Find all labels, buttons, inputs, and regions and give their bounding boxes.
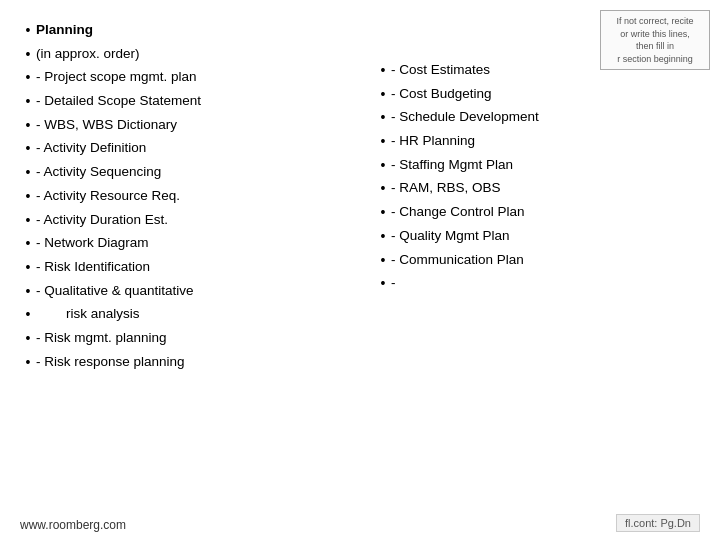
bullet-dot: • (20, 304, 36, 326)
bullet-dot: • (20, 328, 36, 350)
list-item: • - HR Planning (375, 131, 700, 153)
list-item: • - Change Control Plan (375, 202, 700, 224)
item-label: - Cost Budgeting (391, 84, 492, 105)
item-label: - Activity Sequencing (36, 162, 161, 183)
website-label: www.roomberg.com (20, 518, 126, 532)
item-label: (in approx. order) (36, 44, 140, 65)
bullet-dot: • (375, 250, 391, 272)
page-number: fl.cont: Pg.Dn (616, 514, 700, 532)
item-label: - Detailed Scope Statement (36, 91, 201, 112)
list-item: • - Cost Budgeting (375, 84, 700, 106)
bullet-dot: • (375, 202, 391, 224)
bullet-dot: • (20, 233, 36, 255)
list-item: • - Activity Sequencing (20, 162, 345, 184)
item-label: - RAM, RBS, OBS (391, 178, 501, 199)
item-label: - Network Diagram (36, 233, 149, 254)
bullet-dot: • (375, 60, 391, 82)
bullet-dot: • (375, 131, 391, 153)
item-label: - Risk mgmt. planning (36, 328, 167, 349)
bullet-dot: • (20, 210, 36, 232)
planning-header-row: • Planning (20, 20, 345, 42)
item-label: - Activity Definition (36, 138, 146, 159)
list-item: • - Risk mgmt. planning (20, 328, 345, 350)
list-item: • - Activity Definition (20, 138, 345, 160)
page-num-label: fl.cont: Pg.Dn (625, 517, 691, 529)
list-item: • - Quality Mgmt Plan (375, 226, 700, 248)
list-item: • - Activity Duration Est. (20, 210, 345, 232)
item-label: - Communication Plan (391, 250, 524, 271)
main-container: • Planning • (in approx. order) • - Proj… (0, 0, 720, 540)
bullet-dot: • (20, 257, 36, 279)
item-label: - (391, 273, 396, 294)
list-item: • - Risk response planning (20, 352, 345, 374)
item-label: risk analysis (36, 304, 140, 325)
list-item: • - RAM, RBS, OBS (375, 178, 700, 200)
list-item: • - Qualitative & quantitative (20, 281, 345, 303)
bullet-dot: • (20, 186, 36, 208)
bullet-dot: • (375, 155, 391, 177)
item-label: - Staffing Mgmt Plan (391, 155, 513, 176)
bullet-dot: • (20, 115, 36, 137)
planning-title: Planning (36, 20, 93, 41)
note-line2: or write this lines, (620, 29, 690, 39)
bullet-dot: • (20, 138, 36, 160)
list-item: • - Activity Resource Req. (20, 186, 345, 208)
item-label: - Cost Estimates (391, 60, 490, 81)
list-item: • - Staffing Mgmt Plan (375, 155, 700, 177)
item-label: - Activity Resource Req. (36, 186, 180, 207)
right-column: • - Cost Estimates • - Cost Budgeting • … (365, 20, 700, 500)
list-item: • - Communication Plan (375, 250, 700, 272)
footer-website: www.roomberg.com (20, 518, 126, 532)
note-line4: r section beginning (617, 54, 693, 64)
list-item: • - Network Diagram (20, 233, 345, 255)
list-item: • - Schedule Development (375, 107, 700, 129)
bullet-dot: • (20, 281, 36, 303)
bullet-dot: • (20, 91, 36, 113)
bullet-dot: • (375, 107, 391, 129)
bullet-dot: • (20, 162, 36, 184)
item-label: - Activity Duration Est. (36, 210, 168, 231)
list-item: • - Project scope mgmt. plan (20, 67, 345, 89)
item-label: - Schedule Development (391, 107, 539, 128)
list-item: • - (375, 273, 700, 295)
item-label: - Qualitative & quantitative (36, 281, 194, 302)
item-label: - Project scope mgmt. plan (36, 67, 197, 88)
bullet-dot: • (375, 226, 391, 248)
list-item: • - Risk Identification (20, 257, 345, 279)
item-label: - WBS, WBS Dictionary (36, 115, 177, 136)
item-label: - Change Control Plan (391, 202, 525, 223)
bullet-dot: • (375, 178, 391, 200)
bullet-dot: • (20, 44, 36, 66)
bullet-dot: • (375, 84, 391, 106)
note-line3: then fill in (636, 41, 674, 51)
list-item: • risk analysis (20, 304, 345, 326)
item-label: - Quality Mgmt Plan (391, 226, 510, 247)
note-line1: If not correct, recite (616, 16, 693, 26)
top-right-note: If not correct, recite or write this lin… (600, 10, 710, 70)
list-item: • (in approx. order) (20, 44, 345, 66)
item-label: - Risk Identification (36, 257, 150, 278)
bullet-dot-planning: • (20, 20, 36, 42)
item-label: - Risk response planning (36, 352, 185, 373)
bullet-dot: • (375, 273, 391, 295)
left-column: • Planning • (in approx. order) • - Proj… (20, 20, 365, 500)
list-item: • - Detailed Scope Statement (20, 91, 345, 113)
bullet-dot: • (20, 67, 36, 89)
list-item: • - WBS, WBS Dictionary (20, 115, 345, 137)
bullet-dot: • (20, 352, 36, 374)
item-label: - HR Planning (391, 131, 475, 152)
